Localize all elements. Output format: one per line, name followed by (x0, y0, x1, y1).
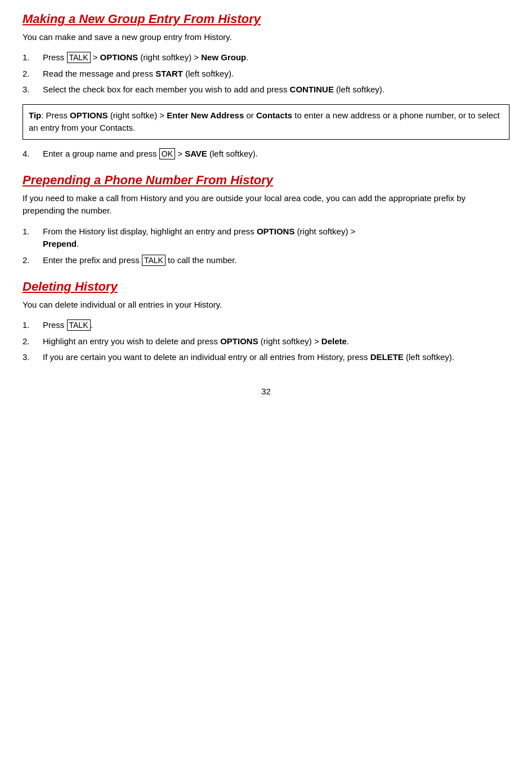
step-num: 1. (23, 225, 43, 251)
step-text: If you are certain you want to delete an… (43, 351, 509, 364)
page-number: 32 (23, 387, 509, 396)
step-text: Press TALK > OPTIONS (right softkey) > N… (43, 51, 509, 64)
section2-intro: If you need to make a call from History … (23, 192, 509, 217)
step-num: 4. (23, 148, 43, 161)
section3-title: Deleting History (23, 279, 509, 295)
step-2-2: 2. Enter the prefix and press TALK to ca… (23, 254, 509, 267)
section2-title: Prepending a Phone Number From History (23, 172, 509, 189)
step-text: Enter a group name and press OK > SAVE (… (43, 148, 509, 161)
section3-intro: You can delete individual or all entries… (23, 299, 509, 312)
section1-step4-list: 4. Enter a group name and press OK > SAV… (23, 148, 509, 161)
section3-steps: 1. Press TALK. 2. Highlight an entry you… (23, 319, 509, 364)
section-prepending: Prepending a Phone Number From History I… (23, 172, 509, 266)
step-1-2: 2. Read the message and press START (lef… (23, 68, 509, 81)
section-deleting-history: Deleting History You can delete individu… (23, 279, 509, 364)
talk-key-3: TALK (67, 319, 91, 331)
step-text: Highlight an entry you wish to delete an… (43, 335, 509, 348)
step-3-3: 3. If you are certain you want to delete… (23, 351, 509, 364)
step-num: 3. (23, 351, 43, 364)
talk-key: TALK (67, 52, 91, 63)
step-1-4: 4. Enter a group name and press OK > SAV… (23, 148, 509, 161)
step-num: 2. (23, 68, 43, 81)
step-num: 1. (23, 51, 43, 64)
section1-title: Making a New Group Entry From History (23, 11, 509, 28)
page-content: Making a New Group Entry From History Yo… (23, 11, 509, 364)
step-text: From the History list display, highlight… (43, 225, 509, 251)
step-text: Enter the prefix and press TALK to call … (43, 254, 509, 267)
talk-key-2: TALK (142, 255, 166, 266)
step-num: 2. (23, 254, 43, 267)
step-text: Read the message and press START (left s… (43, 68, 509, 81)
step-num: 3. (23, 83, 43, 96)
step-text: Press TALK. (43, 319, 509, 332)
section2-steps: 1. From the History list display, highli… (23, 225, 509, 267)
section1-intro: You can make and save a new group entry … (23, 31, 509, 44)
step-1-1: 1. Press TALK > OPTIONS (right softkey) … (23, 51, 509, 64)
step-2-1: 1. From the History list display, highli… (23, 225, 509, 251)
step-3-2: 2. Highlight an entry you wish to delete… (23, 335, 509, 348)
ok-key: OK (159, 148, 175, 159)
section-making-group-entry: Making a New Group Entry From History Yo… (23, 11, 509, 160)
tip-box: Tip: Press OPTIONS (right softke) > Ente… (23, 104, 509, 140)
step-num: 1. (23, 319, 43, 332)
step-3-1: 1. Press TALK. (23, 319, 509, 332)
step-num: 2. (23, 335, 43, 348)
section1-steps: 1. Press TALK > OPTIONS (right softkey) … (23, 51, 509, 96)
step-1-3: 3. Select the check box for each member … (23, 83, 509, 96)
step-text: Select the check box for each member you… (43, 83, 509, 96)
